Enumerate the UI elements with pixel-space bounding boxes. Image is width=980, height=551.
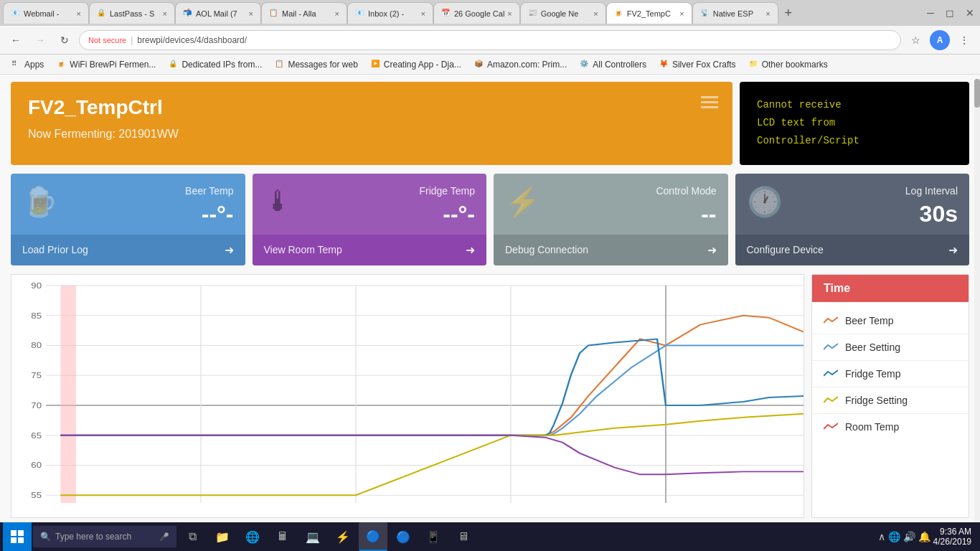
legend-label-room-temp: Room Temp [845,421,899,433]
legend-label-fridge-setting: Fridge Setting [845,395,908,406]
file-explorer-icon[interactable]: 📁 [208,522,237,551]
bookmark-star-button[interactable]: ☆ [905,30,925,50]
bookmark-creating-app[interactable]: ▶️ Creating App - Dja... [365,58,467,71]
legend-item-fridge-temp[interactable]: Fridge Temp [812,361,969,387]
room-temp-legend-icon [824,422,838,432]
view-room-temp-button[interactable]: View Room Temp ➜ [253,235,487,265]
debug-connection-button[interactable]: Debug Connection ➜ [494,235,728,265]
configure-device-button[interactable]: Configure Device ➜ [735,235,970,265]
scrollbar-thumb[interactable] [974,79,980,108]
tab-close-webmail[interactable]: × [77,9,81,18]
search-icon: 🔍 [40,532,51,542]
notification-icon[interactable]: 🔔 [918,531,930,542]
edge-browser-icon[interactable]: 🌐 [238,522,267,551]
bookmark-brewpi[interactable]: 🍺 WiFi BrewPi Fermen... [51,58,161,71]
youtube-favicon: ▶️ [371,60,381,70]
tab-fv2[interactable]: 🍺 FV2_TempC × [606,2,692,24]
user-avatar[interactable]: A [930,30,950,50]
bookmarks-bar: ⠿ Apps 🍺 WiFi BrewPi Fermen... 🔒 Dedicat… [0,55,980,75]
volume-icon[interactable]: 🔊 [903,531,915,542]
bookmark-silver-fox[interactable]: 🦊 Silver Fox Crafts [654,58,742,71]
control-mode-value: -- [701,201,716,227]
system-clock[interactable]: 9:36 AM 4/26/2019 [933,527,971,547]
fridge-setting-legend-icon [824,395,838,405]
device-title: FV2_TempCtrl [28,96,715,119]
beer-temp-top: 🍺 Beer Temp --°- [11,174,245,235]
vpn-icon[interactable]: 🔵 [389,522,418,551]
tab-favicon-webmail: 📧 [11,9,21,19]
beer-temp-legend-icon [824,316,838,326]
start-button[interactable] [3,522,32,551]
svg-rect-24 [60,285,76,502]
svg-text:75: 75 [31,371,42,380]
back-button[interactable]: ← [6,30,26,50]
taskbar: 🔍 Type here to search 🎤 ⧉ 📁 🌐 🖩 💻 ⚡ 🔵 🔵 … [0,522,980,551]
reload-button[interactable]: ↻ [55,30,75,50]
tab-aol[interactable]: 📬 AOL Mail (7 × [175,2,261,24]
mail-icon[interactable]: 📱 [419,522,448,551]
legend-item-beer-setting[interactable]: Beer Setting [812,334,969,361]
new-tab-button[interactable]: + [778,3,798,23]
ip-favicon: 🔒 [169,60,179,70]
chrome-icon[interactable]: 🔵 [359,522,387,551]
forward-button[interactable]: → [30,30,50,50]
terminal-icon[interactable]: 💻 [298,522,327,551]
legend-label-beer-temp: Beer Temp [845,315,893,326]
svg-text:90: 90 [31,281,42,291]
svg-rect-28 [11,537,17,543]
bookmark-controllers[interactable]: ⚙️ All Controllers [574,58,652,71]
tab-bar: 📧 Webmail - × 🔒 LastPass - S × 📬 AOL Mai… [0,0,980,26]
hamburger-icon[interactable] [701,96,718,112]
tab-gmail[interactable]: 📧 Inbox (2) - × [347,2,433,24]
tab-lastpass[interactable]: 🔒 LastPass - S × [89,2,175,24]
legend-items-list: Beer Temp Beer Setting Fridge Temp [812,302,969,446]
bookmark-ips[interactable]: 🔒 Dedicated IPs from... [163,58,268,71]
svg-rect-27 [18,530,24,536]
configure-device-arrow: ➜ [948,243,958,257]
messages-favicon: 📋 [275,60,285,70]
bookmark-other[interactable]: 📁 Other bookmarks [743,58,834,71]
notes-icon[interactable]: 🖥 [449,522,478,551]
calculator-icon[interactable]: 🖩 [268,522,297,551]
bookmark-apps[interactable]: ⠿ Apps [6,58,50,71]
legend-label-beer-setting: Beer Setting [845,342,900,353]
beer-setting-legend-icon [824,342,838,352]
system-icons: ∧ 🌐 🔊 🔔 [878,531,930,542]
address-bar[interactable]: Not secure | brewpi/devices/4/dashboard/ [79,30,901,50]
view-room-temp-arrow: ➜ [466,243,475,257]
svg-rect-2 [701,106,718,108]
network-icon[interactable]: 🌐 [888,531,900,542]
close-window-button[interactable]: ✕ [963,4,977,22]
legend-panel: Time Beer Temp Beer Setting [811,274,969,518]
tab-webmail[interactable]: 📧 Webmail - × [3,2,89,24]
scrollbar-track[interactable] [974,79,980,522]
task-view-button[interactable]: ⧉ [178,522,207,551]
legend-item-fridge-setting[interactable]: Fridge Setting [812,387,969,414]
taskbar-system-tray: ∧ 🌐 🔊 🔔 9:36 AM 4/26/2019 [878,527,977,547]
bookmark-amazon[interactable]: 📦 Amazon.com: Prim... [468,58,573,71]
clock-date: 4/26/2019 [933,537,971,547]
chart-svg: 90 85 80 75 70 65 60 55 [11,275,804,517]
microphone-icon[interactable]: 🎤 [159,532,169,542]
log-interval-card: 🕐 Log Interval 30s Configure Device ➜ [735,174,970,265]
fridge-temp-top: 🌡 Fridge Temp --°- [253,174,487,235]
load-prior-log-button[interactable]: Load Prior Log ➜ [11,235,245,265]
tab-esp[interactable]: 📡 Native ESP × [692,2,778,24]
minimize-button[interactable]: ─ [924,4,937,22]
tab-gnews[interactable]: 📰 Google Ne × [520,2,606,24]
lcd-line-1: Cannot receive [757,96,952,114]
tab-gcal[interactable]: 📅 26 Google Cal × [433,2,520,24]
bookmark-messages[interactable]: 📋 Messages for web [269,58,363,71]
legend-item-room-temp[interactable]: Room Temp [812,414,969,440]
chrome-menu-button[interactable]: ⋮ [954,30,974,50]
arduino-icon[interactable]: ⚡ [329,522,357,551]
legend-item-beer-temp[interactable]: Beer Temp [812,308,969,334]
control-mode-card: ⚡ Control Mode -- Debug Connection ➜ [494,174,728,265]
maximize-button[interactable]: ◻ [943,4,957,22]
clock-time: 9:36 AM [933,527,971,537]
chevron-up-icon[interactable]: ∧ [878,531,885,542]
nav-bar: ← → ↻ Not secure | brewpi/devices/4/dash… [0,26,980,55]
control-mode-label: Control Mode [656,185,716,197]
tab-mail-alla[interactable]: 📋 Mail - Alla × [261,2,347,24]
taskbar-search-box[interactable]: 🔍 Type here to search 🎤 [33,526,176,547]
